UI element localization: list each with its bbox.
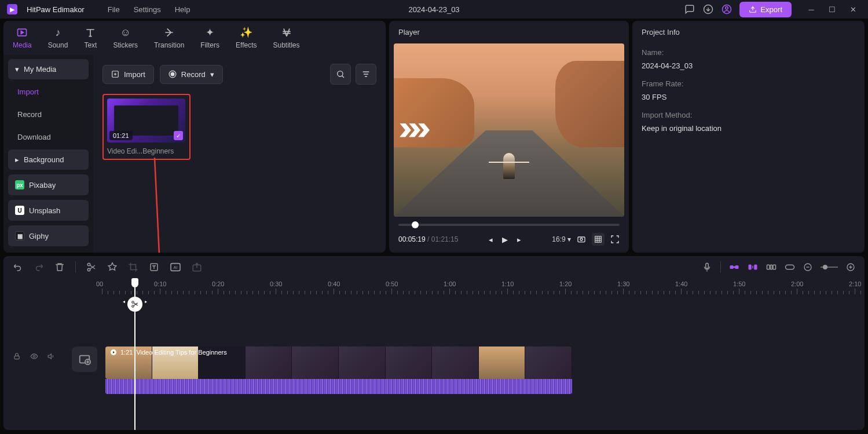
timeline[interactable]: 000:100:200:300:400:501:001:101:201:301:… [3, 278, 865, 430]
aspect-ratio-select[interactable]: 16:9 ▾ [552, 235, 571, 243]
media-sidebar: ▾ My Media Import Record Download ▸ Back… [3, 54, 93, 253]
ruler-label: 0:30 [270, 280, 282, 287]
fit-button[interactable] [785, 263, 795, 271]
play-button[interactable]: ▶ [502, 235, 508, 244]
tab-sound[interactable]: ♪Sound [48, 26, 68, 49]
video-track-clip[interactable]: 1:21 Video Editing Tips for Beginners [105, 347, 572, 379]
sidebar-pixabay[interactable]: pxPixabay [8, 174, 89, 195]
zoom-slider[interactable] [821, 264, 838, 270]
media-icon [16, 26, 28, 39]
thumb-check-icon: ✓ [174, 131, 183, 140]
unsplash-icon: U [15, 206, 24, 215]
media-thumbnail[interactable]: 01:21 ✓ [107, 99, 185, 143]
svg-rect-35 [14, 356, 19, 359]
sort-button[interactable] [356, 64, 376, 85]
ruler-label: 0:10 [154, 280, 166, 287]
app-name: HitPaw Edimakor [27, 5, 85, 14]
ruler-label: 0:40 [328, 280, 340, 287]
window-close[interactable]: ✕ [845, 1, 861, 17]
add-track-button[interactable] [72, 347, 97, 372]
sidebar-background[interactable]: ▸ Background [8, 149, 89, 170]
svg-rect-22 [749, 265, 752, 270]
link-button[interactable] [729, 263, 739, 271]
undo-button[interactable] [13, 262, 23, 272]
menu-file[interactable]: File [108, 5, 120, 14]
ruler-label: 2:00 [791, 280, 803, 287]
effects-icon: ✨ [240, 26, 252, 39]
export-clip-button[interactable] [192, 262, 202, 272]
search-button[interactable] [330, 64, 351, 85]
sidebar-unsplash[interactable]: UUnsplash [8, 200, 89, 221]
prev-frame-button[interactable]: ◂ [489, 235, 493, 244]
svg-point-7 [338, 71, 343, 76]
zoom-in-button[interactable] [846, 262, 855, 272]
tab-text[interactable]: Text [84, 26, 97, 49]
feedback-icon[interactable] [684, 3, 695, 15]
voice-button[interactable] [702, 262, 712, 272]
track-visible-icon[interactable] [30, 352, 38, 360]
giphy-icon: ▦ [15, 231, 24, 240]
export-button[interactable]: Export [739, 2, 792, 17]
snap-button[interactable] [748, 263, 758, 271]
project-info-panel: Project Info Name:2024-04-23_03 Frame Ra… [632, 21, 865, 253]
split-button[interactable] [86, 262, 97, 272]
fullscreen-button[interactable] [610, 235, 620, 244]
track-view-button[interactable] [766, 263, 777, 271]
tab-subtitles[interactable]: Subtitles [273, 26, 299, 49]
sidebar-item-import[interactable]: Import [8, 82, 89, 102]
menu-bar: File Settings Help [108, 5, 191, 14]
tab-transition[interactable]: Transition [154, 26, 184, 49]
player-viewport[interactable] [394, 43, 624, 217]
project-framerate-label: Frame Rate: [642, 79, 855, 88]
tab-effects[interactable]: ✨Effects [236, 26, 257, 49]
snapshot-button[interactable] [577, 235, 586, 244]
grid-button[interactable] [592, 233, 605, 246]
tab-filters[interactable]: ✦Filters [200, 26, 219, 49]
audio-track[interactable] [105, 379, 572, 394]
player-scrubber[interactable] [398, 224, 620, 226]
svg-rect-10 [578, 237, 585, 242]
record-button[interactable]: Record ▾ [160, 65, 223, 84]
next-frame-button[interactable]: ▸ [517, 235, 521, 244]
ruler-label: 1:40 [675, 280, 687, 287]
menu-settings[interactable]: Settings [134, 5, 161, 14]
sidebar-item-download[interactable]: Download [8, 127, 89, 147]
subtitles-icon [280, 26, 293, 39]
project-name-value: 2024-04-23_03 [642, 61, 855, 70]
track-mute-icon[interactable] [47, 352, 56, 360]
text-tool-button[interactable] [149, 262, 159, 272]
download-icon[interactable] [702, 3, 714, 15]
sidebar-item-record[interactable]: Record [8, 104, 89, 125]
svg-rect-19 [730, 265, 734, 269]
redo-button[interactable] [34, 262, 44, 272]
tab-stickers[interactable]: ☺Stickers [113, 26, 138, 49]
zoom-out-button[interactable] [803, 262, 812, 272]
menu-help[interactable]: Help [175, 5, 191, 14]
playhead[interactable]: ◂▸ [134, 278, 135, 430]
crop-button[interactable] [128, 262, 138, 272]
tab-media[interactable]: Media [13, 26, 32, 49]
track-lock-icon[interactable] [13, 352, 21, 360]
ai-button[interactable]: AI [170, 262, 181, 272]
sidebar-giphy[interactable]: ▦Giphy [8, 225, 89, 246]
player-panel: Player 00:05:19 / 01:21:15 ◂ ▶ ▸ 16:9 ▾ [389, 21, 629, 253]
project-info-title: Project Info [632, 21, 865, 43]
svg-point-5 [170, 72, 174, 76]
media-item-label: Video Edi...Beginners [107, 147, 186, 155]
account-icon[interactable] [721, 3, 733, 15]
window-maximize[interactable]: ☐ [824, 1, 840, 17]
ruler-label: 00 [96, 280, 103, 287]
window-minimize[interactable]: ─ [803, 1, 819, 17]
svg-rect-20 [735, 265, 739, 269]
clip-label: 1:21 Video Editing Tips for Beginners [110, 349, 227, 356]
sidebar-my-media[interactable]: ▾ My Media [8, 59, 89, 79]
document-title: 2024-04-23_03 [408, 5, 459, 14]
track-controls [13, 352, 56, 360]
import-button[interactable]: Import [102, 65, 154, 84]
marker-button[interactable] [107, 262, 118, 272]
stickers-icon: ☺ [119, 26, 132, 39]
svg-text:AI: AI [174, 265, 178, 270]
delete-button[interactable] [54, 262, 65, 272]
timeline-toolbar: AI [3, 256, 865, 278]
scrub-handle[interactable] [412, 221, 419, 228]
